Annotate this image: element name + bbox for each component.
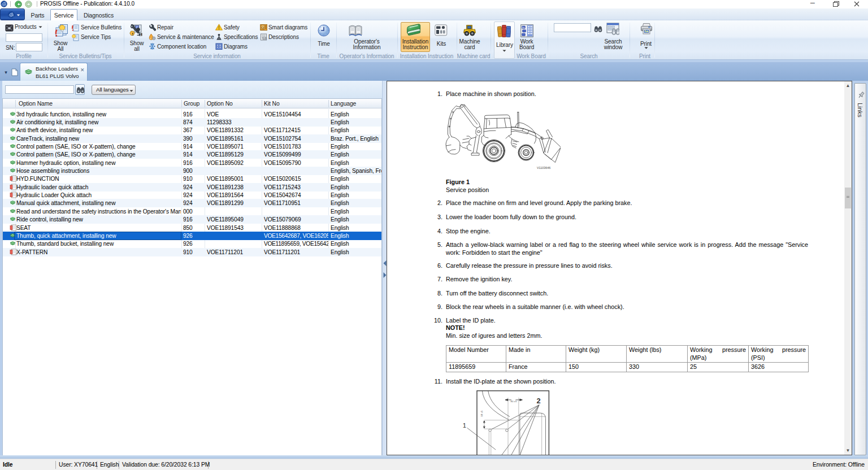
svg-text:1: 1 (140, 33, 141, 36)
svg-text:Yes: Yes (522, 27, 524, 29)
svg-text:V1103646: V1103646 (537, 166, 550, 169)
svg-text:Q: Q (262, 26, 264, 29)
svg-text:2: 2 (537, 397, 541, 405)
svg-text:80 ±5: 80 ±5 (510, 400, 517, 403)
svg-text:18 ±5: 18 ±5 (480, 410, 483, 416)
svg-text:1: 1 (463, 422, 466, 429)
